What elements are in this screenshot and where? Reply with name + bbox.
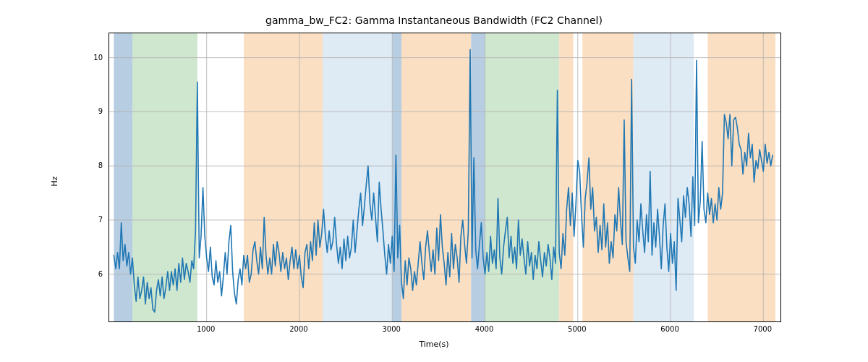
figure: gamma_bw_FC2: Gamma Instantaneous Bandwi…: [0, 0, 868, 362]
svg-rect-11: [707, 33, 775, 322]
svg-rect-2: [244, 33, 323, 322]
y-tick: 8: [81, 161, 103, 169]
y-tick: 9: [81, 107, 103, 115]
plot-svg: [109, 33, 781, 322]
x-tick: 5000: [568, 325, 586, 333]
svg-rect-8: [559, 33, 573, 322]
y-tick: 7: [81, 215, 103, 223]
svg-rect-10: [634, 33, 694, 322]
y-tick: 10: [81, 53, 103, 61]
x-tick: 2000: [289, 325, 307, 333]
svg-rect-3: [323, 33, 392, 322]
y-axis-label: Hz: [49, 0, 59, 362]
x-tick: 4000: [475, 325, 493, 333]
x-tick: 1000: [197, 325, 215, 333]
x-axis-label: Time(s): [0, 340, 868, 349]
svg-rect-7: [485, 33, 560, 322]
x-tick: 7000: [754, 325, 772, 333]
y-tick: 6: [81, 269, 103, 277]
svg-rect-0: [114, 33, 132, 322]
x-tick: 6000: [660, 325, 678, 333]
chart-title: gamma_bw_FC2: Gamma Instantaneous Bandwi…: [0, 14, 868, 26]
x-tick: 3000: [383, 325, 401, 333]
plot-area: [109, 33, 781, 322]
svg-rect-1: [132, 33, 197, 322]
